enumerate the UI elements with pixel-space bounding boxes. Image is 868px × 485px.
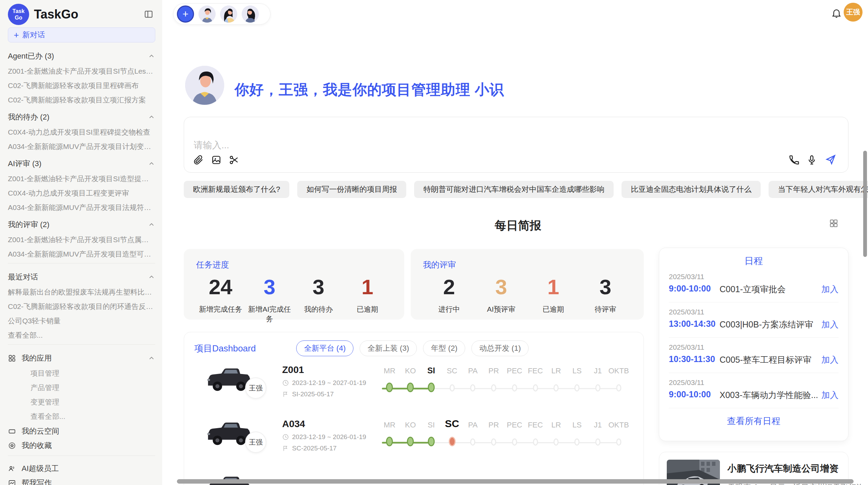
project-name[interactable]: A034 [282, 419, 368, 430]
suggestion-chip[interactable]: 特朗普可能对进口汽车增税会对中国车企造成哪些影响 [414, 181, 614, 198]
view-all-chats[interactable]: 查看全部... [8, 331, 155, 339]
new-chat-button[interactable]: + 新对话 [8, 27, 155, 42]
milestone-label: OKTB [608, 421, 629, 430]
list-item[interactable]: Z001-全新燃油轻卡产品开发项目SI节点属性5D文件评审 [8, 235, 155, 243]
list-item[interactable]: Z001-全新燃油皮卡产品开发项目SI节点Lesson Learn报告 [8, 66, 155, 75]
stat-pending-review: 3 待评审 [579, 275, 631, 314]
chevron-up-icon[interactable] [148, 221, 155, 228]
list-item[interactable]: 解释最新出台的欧盟报废车法规再生塑料比例被调至15%... [8, 287, 155, 296]
join-link[interactable]: 加入 [821, 319, 839, 330]
microphone-icon[interactable] [806, 154, 817, 165]
chat-input-card[interactable]: 请输入... [184, 117, 848, 173]
truck-image [205, 419, 252, 451]
sidebar-item-favorites[interactable]: 我的收藏 [8, 441, 155, 450]
section-recent-chats[interactable]: 最近对话 [8, 273, 155, 281]
sidebar-item-ai-employee[interactable]: AI超级员工 [8, 464, 155, 473]
suggestion-chip[interactable]: 当下年轻人对汽车外观有怎样的喜好趋势 [769, 181, 868, 198]
section-agent-done[interactable]: Agent已办 (3) [8, 52, 155, 60]
event-date: 2025/03/11 [669, 378, 704, 387]
stat-label: 已逾期 [343, 304, 392, 314]
list-item[interactable]: Z001-全新燃油轻卡产品开发项目SI造型提交物评审 [8, 174, 155, 182]
milestone-dot [470, 438, 475, 446]
sidebar-item-cloud-space[interactable]: 我的云空间 [8, 427, 155, 436]
view-all-apps[interactable]: 查看全部... [8, 412, 155, 420]
milestone-dot [512, 438, 517, 446]
chevron-up-icon[interactable] [148, 355, 155, 362]
list-item[interactable]: C0X4-动力总成开发项目工程变更评审 [8, 188, 155, 197]
section-my-review[interactable]: 我的评审 (2) [8, 221, 155, 229]
schedule-event: 2025/03/11 9:00-10:00 X003-车辆动力学性能验... 加… [669, 373, 839, 408]
event-title: X003-车辆动力学性能验... [720, 389, 818, 401]
avatar[interactable] [220, 5, 237, 23]
milestone-label: SC [442, 366, 462, 375]
list-item[interactable]: C0X4-动力总成开发项目SI里程碑提交物检查 [8, 127, 155, 136]
chevron-up-icon[interactable] [148, 160, 155, 167]
chat-input[interactable]: 请输入... [194, 139, 229, 151]
view-all-schedule-link[interactable]: 查看所有日程 [659, 415, 848, 427]
list-item[interactable]: A034-全新新能源MUV产品开发项目法规符合性评审 [8, 203, 155, 211]
milestone-label: OKTB [608, 366, 629, 375]
dashboard-title: 项目Dashboard [194, 343, 256, 355]
chevron-up-icon[interactable] [148, 273, 155, 281]
event-title: C001-立项审批会 [720, 284, 786, 295]
project-row[interactable]: 王强 A034 2023-12-19 ~ 2026-01-19 SC-2025-… [194, 414, 633, 468]
section-my-apps[interactable]: 我的应用 [8, 354, 155, 362]
list-item[interactable]: A034-全新新能源MUV产品开发项目计划变更表编写 [8, 142, 155, 150]
stat-overdue: 1 已逾期 [527, 275, 579, 314]
project-name[interactable]: Z001 [282, 364, 368, 375]
project-row[interactable]: 王强 Z001 2023-12-19 ~ 2027-01-19 SI-2025-… [194, 360, 633, 414]
clock-icon [282, 380, 289, 386]
milestone-dot-done [386, 383, 393, 392]
filter-chip[interactable]: 动总开发 (1) [471, 340, 529, 356]
join-link[interactable]: 加入 [821, 389, 839, 401]
app-project-mgmt[interactable]: 项目管理 [8, 369, 155, 377]
list-item[interactable]: 公司Q3轻卡销量 [8, 316, 155, 324]
milestone-dot [533, 438, 538, 446]
layout-grid-icon[interactable] [829, 219, 839, 228]
news-title[interactable]: 小鹏飞行汽车制造公司增资 [727, 462, 868, 475]
stat-value: 2 [423, 275, 475, 299]
stat-value: 1 [343, 275, 392, 299]
cloud-space-icon [8, 427, 16, 435]
stat-in-progress: 2 进行中 [423, 275, 475, 314]
event-time: 9:00-10:00 [669, 389, 711, 399]
image-upload-icon[interactable] [211, 154, 222, 165]
milestone-label: PEC [504, 366, 525, 375]
horizontal-scrollbar[interactable] [177, 479, 854, 484]
stat-value: 3 [245, 275, 294, 299]
avatar[interactable] [198, 5, 216, 23]
app-change-mgmt[interactable]: 变更管理 [8, 397, 155, 406]
voice-call-icon[interactable] [788, 154, 799, 165]
chevron-up-icon[interactable] [148, 52, 155, 60]
join-link[interactable]: 加入 [821, 354, 839, 365]
user-avatar[interactable]: 王强 [844, 3, 863, 22]
list-item[interactable]: C02-飞腾新能源轻客改款项目立项汇报方案 [8, 95, 155, 103]
chevron-up-icon[interactable] [148, 113, 155, 121]
send-icon[interactable] [825, 154, 836, 165]
app-product-mgmt[interactable]: 产品管理 [8, 383, 155, 391]
milestone-label: J1 [588, 366, 608, 375]
list-item[interactable]: A034-全新新能源MUV产品开发项目造型可行性评审 [8, 249, 155, 258]
suggestion-chip[interactable]: 欧洲新规最近颁布了什么? [184, 181, 289, 198]
filter-chip[interactable]: 全新上装 (3) [360, 340, 417, 356]
avatar[interactable] [242, 5, 259, 23]
new-chat-label: 新对话 [22, 30, 45, 40]
section-ai-review[interactable]: AI评审 (3) [8, 160, 155, 168]
list-item[interactable]: C02-飞腾新能源轻客改款项目里程碑画布 [8, 81, 155, 89]
sidebar-item-help-write[interactable]: 帮我写作 [8, 478, 155, 485]
vertical-scrollbar[interactable] [863, 151, 867, 257]
suggestion-chip[interactable]: 如何写一份清晰的项目周报 [297, 181, 406, 198]
collapse-sidebar-icon[interactable] [144, 10, 153, 19]
suggestion-chip[interactable]: 比亚迪全固态电池计划具体说了什么 [622, 181, 761, 198]
screenshot-scissors-icon[interactable] [229, 154, 240, 165]
section-my-todo[interactable]: 我的待办 (2) [8, 113, 155, 121]
filter-chip[interactable]: 年型 (2) [423, 340, 465, 356]
schedule-card: 日程 2025/03/11 9:00-10:00 C001-立项审批会 加入 2… [659, 248, 848, 441]
add-agent-button[interactable]: + [177, 5, 194, 23]
attachment-icon[interactable] [193, 154, 204, 165]
notification-bell-icon[interactable] [831, 8, 842, 18]
filter-chip[interactable]: 全新平台 (4) [296, 340, 353, 356]
join-link[interactable]: 加入 [821, 284, 839, 295]
event-time: 10:30-11:30 [669, 354, 715, 364]
list-item[interactable]: C02-飞腾新能源轻客改款项目的闭环通告反馈情况 [8, 302, 155, 310]
